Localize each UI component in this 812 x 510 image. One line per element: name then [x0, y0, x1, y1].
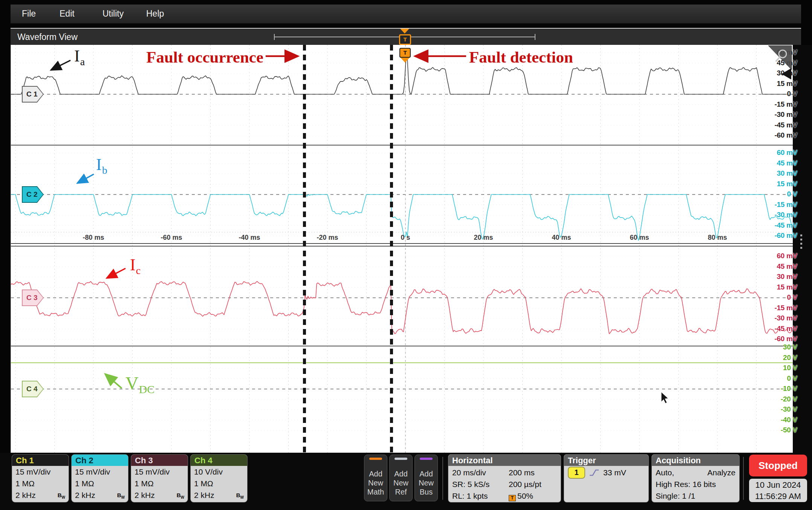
time-axis-label: 40 ms — [541, 234, 582, 242]
menu-item-edit[interactable]: Edit — [60, 9, 75, 19]
waveform-area[interactable]: 60 mV45 mV30 mV15 mV0 V-15 mV-30 mV-45 m… — [11, 45, 793, 453]
channel-setting: 1 MΩ — [131, 478, 188, 489]
scale-label-ch2: -30 mV — [737, 211, 797, 219]
sample-interval: 200 µs/pt — [509, 478, 541, 490]
scale-label-ch2: -60 mV — [737, 231, 797, 240]
time-axis-label: 20 ms — [463, 234, 504, 242]
channel-setting: 10 V/div — [191, 466, 247, 478]
fault-occurrence-label: Fault occurrence — [125, 48, 263, 66]
trigger-source-badge[interactable]: 1 — [568, 467, 585, 479]
time-axis-label: -80 ms — [73, 234, 114, 242]
menu-item-utility[interactable]: Utility — [102, 9, 124, 19]
tab-bar: Waveform View T — [11, 28, 801, 46]
scale-label-ch2: 60 mV — [737, 149, 797, 157]
channel-setting: 1 MΩ — [72, 478, 128, 489]
add-button-label: AddNewRef — [390, 469, 412, 496]
scale-label-ch4: -30 V — [737, 405, 797, 414]
channel-badge-title: Ch 1 — [12, 455, 69, 466]
horizontal-scale: 20 ms/div — [452, 467, 509, 478]
zoom-scale-bar-right-end — [535, 34, 535, 40]
vdc-arrow — [105, 374, 122, 388]
zoom-corner-flap[interactable] — [768, 45, 793, 87]
channel-badge-ch1[interactable]: Ch 115 mV/div1 MΩ2 kHzBW — [12, 455, 69, 502]
run-stop-status[interactable]: Stopped — [749, 455, 807, 476]
menu-bar: FileEditUtilityHelp — [11, 5, 801, 23]
trigger-marker[interactable]: T — [399, 48, 411, 58]
trigger-level: 33 mV — [603, 468, 626, 477]
scale-label-ch2: 15 mV — [737, 180, 797, 188]
record-length: RL: 1 kpts — [452, 490, 509, 502]
acquisition-title: Acquisition — [652, 455, 739, 466]
acquisition-single: Single: 1 /1 — [656, 490, 736, 502]
acquisition-analyze: Analyze — [707, 467, 736, 478]
acquisition-mode: Auto, — [656, 467, 674, 478]
time-text: 11:56:29 AM — [749, 491, 807, 502]
channel-badge-ch4[interactable]: Ch 410 V/div1 MΩ2 kHzBW — [191, 455, 247, 502]
scale-label-ch1: 0 V — [737, 90, 797, 98]
zoom-scale-bar-left-end — [274, 34, 275, 40]
bandwidth-limit-icon: BW — [236, 489, 244, 502]
menu-item-help[interactable]: Help — [146, 9, 164, 19]
scale-label-ch4: -20 V — [737, 395, 797, 403]
horizontal-panel[interactable]: Horizontal 20 ms/div200 ms SR: 5 kS/s200… — [448, 455, 561, 502]
time-axis-label: -40 ms — [229, 234, 270, 242]
scale-label-ch4: -10 V — [737, 384, 797, 393]
label-ic: Ic — [130, 257, 140, 273]
channel-setting: 1 MΩ — [191, 478, 247, 489]
trigger-title: Trigger — [564, 455, 648, 466]
channel-setting: 2 kHzBW — [72, 489, 128, 502]
rising-edge-icon — [589, 468, 599, 477]
scale-label-ch4: 30 V — [737, 343, 797, 351]
add-new-bus-button[interactable]: AddNewBus — [414, 455, 438, 501]
add-button-accent — [369, 458, 382, 460]
bandwidth-limit-icon: BW — [177, 489, 184, 502]
scale-label-ch1: -60 mV — [737, 131, 797, 139]
add-new-ref-button[interactable]: AddNewRef — [389, 455, 413, 501]
scale-label-ch4: -40 V — [737, 416, 797, 424]
scale-label-ch3: -15 mV — [737, 304, 797, 312]
scale-label-ch3: 0 V — [737, 293, 797, 302]
oscilloscope-app: FileEditUtilityHelp Waveform View T 60 m… — [0, 0, 812, 510]
channel-badge-ch3[interactable]: Ch 315 mV/div1 MΩ2 kHzBW — [131, 455, 188, 502]
scale-label-ch1: -45 mV — [737, 121, 797, 129]
add-button-accent — [395, 458, 407, 460]
datetime-display[interactable]: 10 Jun 2024 11:56:29 AM — [749, 479, 807, 502]
time-axis-label: 80 ms — [697, 234, 738, 242]
time-axis-label: -20 ms — [307, 234, 348, 242]
trace-ch3 — [11, 282, 793, 334]
trigger-marker-outline[interactable]: T — [399, 34, 411, 45]
time-axis-label: 0 s — [385, 234, 426, 242]
channel-badge-title: Ch 4 — [191, 455, 247, 466]
acquisition-panel[interactable]: Acquisition Auto,Analyze High Res: 16 bi… — [652, 455, 739, 502]
trigger-marker-pointer — [401, 58, 410, 63]
label-ib: Ib — [96, 156, 107, 173]
scale-label-ch3: -60 mV — [737, 335, 797, 343]
sample-rate: SR: 5 kS/s — [452, 478, 509, 490]
scale-label-ch4: 20 V — [737, 354, 797, 362]
bandwidth-limit-icon: BW — [58, 489, 65, 502]
trigger-position-indicator[interactable] — [400, 29, 409, 34]
date-text: 10 Jun 2024 — [749, 479, 807, 491]
channel-setting: 2 kHzBW — [12, 489, 69, 502]
fault-detection-label: Fault detection — [469, 48, 573, 66]
bandwidth-limit-icon: BW — [117, 489, 125, 502]
scale-label-ch3: -30 mV — [737, 314, 797, 322]
tab-waveform-view[interactable]: Waveform View — [17, 32, 78, 42]
scale-label-ch3: 45 mV — [737, 262, 797, 271]
menu-item-file[interactable]: File — [22, 9, 36, 19]
channel-setting: 15 mV/div — [131, 466, 188, 478]
scale-label-ch2: -15 mV — [737, 201, 797, 209]
horizontal-window: 200 ms — [509, 467, 535, 478]
scale-label-ch3: -45 mV — [737, 325, 797, 333]
acquisition-resolution: High Res: 16 bits — [656, 478, 736, 490]
corner-arrow-icon — [781, 68, 791, 80]
channel-badge-ch2[interactable]: Ch 215 mV/div1 MΩ2 kHzBW — [72, 455, 128, 502]
scale-label-ch4: 10 V — [737, 364, 797, 372]
add-new-math-button[interactable]: AddNewMath — [364, 455, 387, 501]
trigger-panel[interactable]: Trigger 1 33 mV — [564, 455, 648, 502]
add-button-label: AddNewBus — [415, 469, 437, 496]
channel-setting: 1 MΩ — [12, 478, 69, 489]
channel-setting: 2 kHzBW — [191, 489, 247, 502]
scale-label-ch2: 30 mV — [737, 169, 797, 178]
scale-label-ch3: 60 mV — [737, 252, 797, 260]
